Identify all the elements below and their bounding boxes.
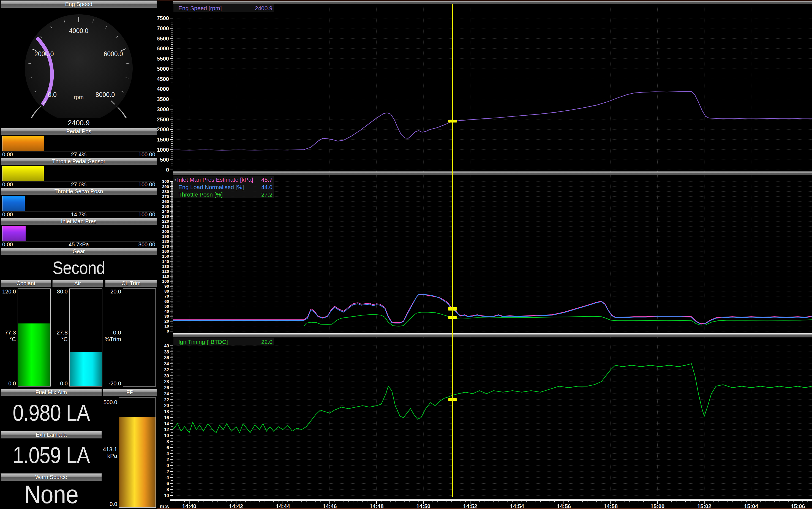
svg-text:14:42: 14:42 [229, 503, 243, 508]
svg-text:3500: 3500 [157, 96, 169, 102]
chart-area[interactable]: 0500100015002000250030003500400045005000… [157, 0, 812, 509]
svg-text:14:40: 14:40 [182, 503, 196, 508]
legend-row[interactable]: Throttle Posn [%]27.2 [173, 191, 274, 198]
svg-text:30: 30 [164, 314, 169, 318]
svg-text:-2: -2 [165, 469, 169, 474]
coolant-value-num: 77.3 [5, 329, 16, 336]
svg-text:6: 6 [167, 445, 169, 450]
svg-text:0: 0 [167, 329, 169, 333]
svg-text:190: 190 [162, 234, 169, 239]
chart3-legend[interactable]: Ign Timing [°BTDC]22.0 [173, 338, 274, 345]
legend-row[interactable]: ▪Inlet Man Pres Estimate [kPa]45.7 [173, 176, 274, 183]
cl-trim-gauge [123, 289, 156, 386]
svg-text:140: 140 [162, 259, 169, 264]
air-unit: °C [61, 336, 68, 342]
svg-text:14:44: 14:44 [276, 503, 290, 508]
servo-value: 14.7% [0, 211, 157, 218]
svg-text:60: 60 [164, 299, 169, 304]
svg-text:10: 10 [164, 324, 169, 329]
svg-text:500: 500 [160, 157, 169, 163]
chart2-legend[interactable]: ▪Inlet Man Pres Estimate [kPa]45.7Eng Lo… [173, 176, 274, 198]
legend-row[interactable]: Eng Load Normalised [%]44.0 [173, 183, 274, 191]
svg-text:8000.0: 8000.0 [96, 91, 115, 98]
svg-text:22: 22 [164, 398, 169, 402]
gear-value: Second [0, 254, 157, 280]
svg-text:40: 40 [164, 344, 169, 348]
svg-text:180: 180 [162, 239, 169, 244]
svg-text:15:06: 15:06 [791, 503, 805, 508]
svg-text:1000: 1000 [157, 147, 169, 153]
svg-text:260: 260 [162, 199, 169, 204]
svg-text:5000: 5000 [157, 66, 169, 72]
pedal-pos-value: 27.4% [0, 151, 157, 158]
chart1-plot[interactable] [173, 4, 812, 171]
svg-text:14:46: 14:46 [323, 503, 337, 508]
svg-text:15:04: 15:04 [744, 503, 758, 508]
svg-text:20: 20 [164, 403, 169, 408]
throttle-pedal-sensor-scale: 0.00 27.0% 100.00 [0, 181, 157, 188]
throttle-pedal-sensor-title: Throttle Pedal Sensor [1, 158, 157, 165]
chart2-plot[interactable] [173, 175, 812, 333]
channel-name: Ign Timing [°BTDC] [178, 339, 246, 345]
cursor-value-marker [448, 120, 457, 123]
pedal-pos-title: Pedal Pos [1, 128, 157, 135]
fp-max: 500.0 [101, 399, 117, 406]
svg-text:-10: -10 [163, 493, 169, 497]
svg-text:7500: 7500 [157, 15, 169, 21]
inlet-man-pres-scale: 0.00 45.7kPa 300.00 [0, 241, 157, 247]
throttle-servo-posn-bar [2, 196, 155, 211]
svg-text:14:58: 14:58 [604, 503, 618, 508]
time-axis[interactable]: 14:4014:4214:4414:4614:4814:5014:5214:54… [157, 497, 812, 508]
selected-channel-icon: ▪ [173, 177, 177, 182]
svg-text:4: 4 [167, 451, 169, 456]
svg-text:160: 160 [162, 249, 169, 253]
chart3-plot[interactable] [173, 338, 812, 497]
svg-text:14:52: 14:52 [463, 503, 477, 508]
motec-dash-logger-window: Eng Speed 0.02000.04000.06000.08000.0rpm… [0, 0, 812, 509]
top-splitter[interactable] [173, 1, 812, 4]
svg-text:34: 34 [164, 362, 169, 366]
svg-text:m:s: m:s [160, 504, 169, 508]
channel-cursor-value: 2400.9 [246, 5, 274, 11]
svg-text:270: 270 [162, 194, 169, 199]
eng-speed-gauge-title: Eng Speed [1, 1, 157, 8]
coolant-max: 120.0 [0, 289, 16, 295]
fp-min: 0.0 [101, 501, 117, 507]
chart1-legend[interactable]: Eng Speed [rpm]2400.9 [173, 4, 274, 12]
svg-text:2500: 2500 [157, 116, 169, 123]
sidebar: Eng Speed 0.02000.04000.06000.08000.0rpm… [0, 0, 157, 509]
svg-text:30: 30 [164, 374, 169, 378]
svg-text:16: 16 [164, 415, 169, 420]
svg-text:280: 280 [162, 189, 169, 194]
fp-value-num: 413.1 [103, 446, 117, 452]
svg-text:150: 150 [162, 254, 169, 259]
coolant-gauge [17, 289, 51, 386]
svg-text:2: 2 [167, 457, 169, 462]
chart-splitter-1[interactable] [173, 171, 812, 175]
legend-row[interactable]: Eng Speed [rpm]2400.9 [173, 4, 274, 12]
svg-text:8: 8 [167, 439, 169, 444]
svg-text:90: 90 [164, 284, 169, 289]
cl-trim-unit: %Trim [105, 336, 121, 342]
channel-name: Inlet Man Pres Estimate [kPa] [177, 176, 253, 183]
inlet-man-pres-bar [2, 226, 155, 241]
inlet-man-pres-title: Inlet Man Pres [1, 218, 157, 225]
legend-row[interactable]: Ign Timing [°BTDC]22.0 [173, 338, 274, 345]
pedal-pos-max: 100.00 [138, 151, 155, 158]
coolant-value: 77.3°C [0, 329, 16, 342]
svg-text:28: 28 [164, 379, 169, 384]
time-cursor[interactable] [452, 4, 453, 497]
air-value: 27.8°C [52, 329, 68, 342]
svg-text:2000.0: 2000.0 [34, 50, 54, 58]
svg-text:300: 300 [162, 179, 169, 183]
channel-name: Eng Load Normalised [%] [178, 184, 246, 191]
inlet-max: 300.00 [138, 241, 155, 248]
svg-text:210: 210 [162, 224, 169, 229]
svg-text:4000.0: 4000.0 [69, 27, 89, 34]
cl-trim-max: 20.0 [105, 289, 121, 295]
chart-splitter-2[interactable] [173, 333, 812, 338]
cl-trim-value: 0.0%Trim [102, 329, 121, 342]
air-value-num: 27.8 [57, 329, 68, 336]
chart1-y-axis: 0500100015002000250030003500400045005000… [157, 4, 173, 171]
svg-text:15:02: 15:02 [697, 503, 711, 508]
